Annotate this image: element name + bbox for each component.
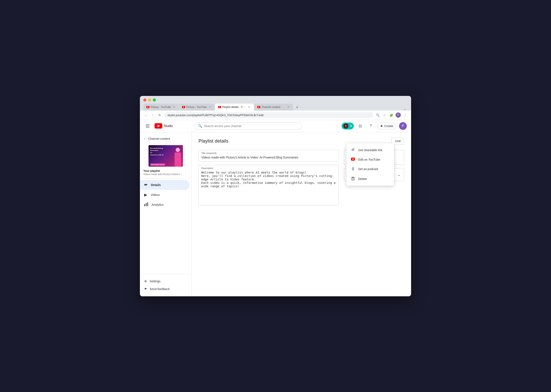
search-icon[interactable]: 🔍 <box>375 112 380 118</box>
sidebar-nav: ✏ Details ▶ Videos <box>140 178 191 227</box>
tab-4[interactable]: Channel content - YouTube S ✕ <box>254 104 293 111</box>
link-icon <box>351 148 355 153</box>
description-textarea[interactable]: Welcome to our playlist where AI meets t… <box>199 170 339 204</box>
tab-3[interactable]: Playlist details - YouTube Stu ✕ <box>215 104 254 111</box>
tabs-row: Pictory - YouTube ✕ Pictory - YouTube ✕ … <box>143 104 408 111</box>
podcast-icon <box>351 167 355 171</box>
context-menu-shareable-link[interactable]: Get shareable link <box>347 145 394 155</box>
browser-chrome: Pictory - YouTube ✕ Pictory - YouTube ✕ … <box>140 96 411 111</box>
videos-icon: ▶ <box>144 192 147 197</box>
context-menu-delete[interactable]: Delete <box>347 174 394 184</box>
edit-on-youtube-label: Edit on YouTube <box>358 158 380 161</box>
yt-toggle-button[interactable]: ≡ <box>342 123 354 129</box>
sidebar-item-analytics[interactable]: Analytics <box>140 200 190 210</box>
tab-favicon-3 <box>218 106 221 108</box>
feedback-label: Send feedback <box>150 287 170 291</box>
title-label: Title (required) <box>199 150 339 155</box>
settings-icon: ⚙ <box>144 280 147 283</box>
menu-icon[interactable]: ⋮ <box>402 112 408 118</box>
yt-toggle-icon <box>343 123 349 129</box>
svg-rect-17 <box>352 178 354 180</box>
set-as-podcast-label: Set as podcast <box>358 167 378 171</box>
tab-close-3[interactable]: ✕ <box>247 105 251 109</box>
context-menu: Get shareable link Edit on YouTube <box>347 143 394 186</box>
tab-label-3: Playlist details - YouTube Stu <box>222 105 246 109</box>
delete-icon <box>351 176 355 181</box>
tab-close-2[interactable]: ✕ <box>208 105 212 109</box>
tab-favicon-4 <box>257 106 260 108</box>
thumbnail-badge: TEACHING TOOLS <box>150 163 165 166</box>
hamburger-button[interactable] <box>144 123 151 129</box>
title-input[interactable] <box>199 155 339 161</box>
studio-label: Studio <box>164 124 173 128</box>
tab-label-4: Channel content - YouTube S <box>262 105 285 109</box>
browser-window: Pictory - YouTube ✕ Pictory - YouTube ✕ … <box>140 96 411 296</box>
playlist-thumbnail: RevolutionizingEducationforTeachers with… <box>149 145 183 167</box>
page-title: Playlist details <box>199 138 228 144</box>
youtube-logo-icon <box>155 123 162 129</box>
new-tab-button[interactable]: + <box>294 105 300 111</box>
back-to-channel-button[interactable]: ← Channel content <box>140 135 191 143</box>
back-button[interactable]: ← <box>143 112 149 118</box>
send-feedback-item[interactable]: ⚑ Send feedback <box>143 285 188 293</box>
create-button[interactable]: ✚ Create <box>377 123 396 129</box>
sidebar-label-videos: Videos <box>151 193 160 196</box>
svg-rect-2 <box>146 127 150 127</box>
tab-2[interactable]: Pictory - YouTube ✕ <box>179 104 214 111</box>
app-body: ← Channel content RevolutionizingEducati… <box>140 132 411 296</box>
forward-button[interactable]: → <box>150 112 155 118</box>
undo-button[interactable]: Und <box>391 137 404 145</box>
header-right: ≡ ⊟ ? ✚ Create P <box>342 122 407 130</box>
subtitles-icon[interactable]: ⊟ <box>357 122 364 130</box>
tab-label-1: Pictory - YouTube <box>151 105 171 109</box>
sidebar-playlist-info: Your playlist Videos made with Pictory's… <box>140 169 191 178</box>
extensions-icon[interactable]: 🧩 <box>389 112 394 118</box>
sidebar-footer: ⚙ Settings ⚑ Send feedback <box>140 274 191 296</box>
svg-rect-11 <box>147 202 148 206</box>
shareable-link-label: Get shareable link <box>358 148 382 152</box>
sidebar-playlist-subtitle: Videos made with Pictory's Article t... <box>143 173 188 175</box>
context-menu-edit-on-youtube[interactable]: Edit on YouTube <box>347 155 394 164</box>
sidebar-item-videos[interactable]: ▶ Videos <box>140 190 190 200</box>
close-traffic-light[interactable] <box>143 98 146 101</box>
context-menu-set-as-podcast[interactable]: Set as podcast <box>347 164 394 174</box>
refresh-button[interactable]: ↻ <box>157 112 162 118</box>
profile-icon[interactable]: P <box>396 112 401 118</box>
chevron-down-icon: ⌄ <box>397 172 401 177</box>
sidebar-item-details[interactable]: ✏ Details <box>140 180 190 190</box>
svg-rect-10 <box>146 203 147 206</box>
tab-1[interactable]: Pictory - YouTube ✕ <box>143 104 179 111</box>
minimize-traffic-light[interactable] <box>148 98 151 101</box>
traffic-lights <box>143 98 408 101</box>
tab-close-1[interactable]: ✕ <box>172 105 176 109</box>
tab-favicon-1 <box>146 106 149 108</box>
settings-item[interactable]: ⚙ Settings <box>143 277 188 285</box>
sidebar-playlist-title: Your playlist <box>143 169 188 172</box>
svg-rect-1 <box>146 126 150 126</box>
search-input[interactable] <box>204 124 298 128</box>
search-bar: 🔍 <box>194 122 302 129</box>
address-input[interactable] <box>164 112 373 118</box>
maximize-traffic-light[interactable] <box>153 98 156 101</box>
sidebar-label-details: Details <box>151 183 161 187</box>
app-header: Studio 🔍 ≡ ⊟ ? <box>140 120 411 132</box>
svg-point-7 <box>176 148 180 152</box>
description-label: Description <box>199 165 339 170</box>
tab-strip-controls[interactable]: ⌄ <box>403 107 406 111</box>
form-left: Title (required) Description Welcome to … <box>199 150 339 209</box>
help-icon[interactable]: ? <box>367 122 374 130</box>
app-container: Studio 🔍 ≡ ⊟ ? <box>140 120 411 296</box>
analytics-icon <box>144 202 148 207</box>
tab-close-4[interactable]: ✕ <box>286 105 290 109</box>
person-silhouette <box>171 147 182 167</box>
description-field: Description Welcome to our playlist wher… <box>199 165 339 205</box>
bookmark-icon[interactable]: ☆ <box>382 112 387 118</box>
toggle-lines-icon: ≡ <box>350 124 352 128</box>
tab-favicon-2 <box>182 106 185 108</box>
sidebar: ← Channel content RevolutionizingEducati… <box>140 132 192 296</box>
back-arrow-icon: ← <box>143 137 146 140</box>
settings-label: Settings <box>150 280 161 283</box>
svg-rect-9 <box>144 204 145 206</box>
svg-rect-0 <box>146 125 150 125</box>
user-avatar[interactable]: P <box>399 122 407 130</box>
